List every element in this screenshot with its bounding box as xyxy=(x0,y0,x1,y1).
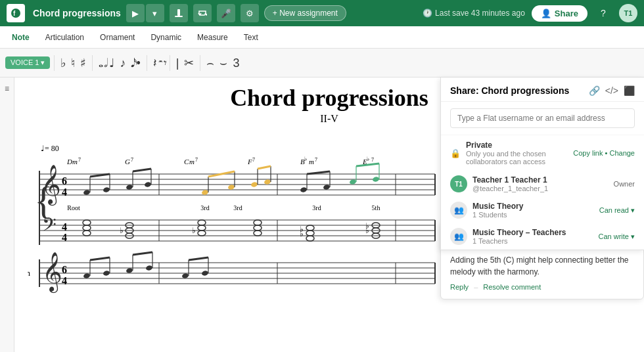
resolve-button[interactable]: Resolve comment xyxy=(483,283,541,291)
access-desc: Only you and the chosen collaborators ca… xyxy=(466,150,568,165)
svg-rect-3 xyxy=(175,16,183,17)
rest-symbol[interactable]: 𝄽 xyxy=(151,56,155,70)
comment-actions: Reply – Resolve comment xyxy=(450,283,634,291)
settings-button[interactable]: ⚙ xyxy=(241,4,259,22)
tab-ornament[interactable]: Ornament xyxy=(93,30,141,45)
last-save: 🕐 Last save 43 minutes ago xyxy=(423,9,525,18)
svg-text:m: m xyxy=(309,158,314,165)
playback-controls: ▶ ▾ xyxy=(126,4,164,22)
app-logo: f xyxy=(7,4,25,22)
reply-button[interactable]: Reply xyxy=(450,283,469,291)
embed-icon[interactable]: ⬛ xyxy=(624,85,635,96)
mic-button[interactable]: 🎤 xyxy=(217,4,235,22)
separator xyxy=(54,55,55,71)
svg-text:𝄞: 𝄞 xyxy=(42,252,62,294)
svg-text:7: 7 xyxy=(131,157,133,163)
svg-text:6: 6 xyxy=(62,264,67,275)
user-name-teachers: Music Theory – Teachers xyxy=(472,228,593,237)
user-row-students: 👥 Music Theory 1 Students Can read ▾ xyxy=(441,197,644,223)
svg-rect-2 xyxy=(177,9,180,16)
play-button[interactable]: ▶ xyxy=(126,4,145,22)
user-handle-owner: @teacher_1_teacher_1 xyxy=(472,185,609,192)
svg-point-120 xyxy=(83,273,90,278)
clock-icon: 🕐 xyxy=(423,9,432,18)
music-score: ♩= 80 D m 7 G 7 C m 7 F 7 B ♭ m 7 E ♭ 7 xyxy=(28,135,442,332)
help-button[interactable]: ? xyxy=(594,4,612,22)
loop-button[interactable] xyxy=(193,4,212,22)
svg-text:5th: 5th xyxy=(372,204,380,211)
svg-text:F: F xyxy=(247,158,252,165)
svg-point-45 xyxy=(227,184,235,190)
dot[interactable]: • xyxy=(134,56,142,70)
metronome-button[interactable] xyxy=(170,4,188,22)
user-name-students: Music Theory xyxy=(472,202,594,211)
half-note[interactable]: 𝅗𝅥 xyxy=(102,56,106,70)
svg-point-35 xyxy=(103,187,110,192)
sixteenth-note[interactable]: 𝅘𝅥𝅯 xyxy=(129,56,133,70)
svg-line-37 xyxy=(90,174,110,177)
svg-point-55 xyxy=(323,184,330,190)
tab-measure[interactable]: Measure xyxy=(191,30,235,45)
quarter-note[interactable]: ♩ xyxy=(107,56,116,70)
svg-point-48 xyxy=(250,181,258,187)
user-role-owner: Owner xyxy=(614,180,635,188)
user-role-teachers[interactable]: Can write ▾ xyxy=(598,232,635,241)
whole-note[interactable]: 𝅝 xyxy=(97,56,101,70)
tie-symbol[interactable]: ⌢ xyxy=(204,56,216,70)
left-sidebar: ≡ xyxy=(0,77,14,352)
svg-point-92 xyxy=(254,225,262,231)
svg-line-134 xyxy=(189,257,208,260)
svg-point-132 xyxy=(201,270,208,276)
share-button[interactable]: 👤 Share xyxy=(532,5,587,22)
quarter-rest[interactable]: 𝄼 xyxy=(156,56,160,70)
tab-articulation[interactable]: Articulation xyxy=(39,30,91,45)
scissors-symbol[interactable]: ✂ xyxy=(182,56,196,70)
eighth-rest[interactable]: 𝄾 xyxy=(162,56,166,70)
play-options-button[interactable]: ▾ xyxy=(146,4,164,22)
tab-text[interactable]: Text xyxy=(237,30,265,45)
user-avatar[interactable]: T1 xyxy=(619,4,637,22)
svg-point-89 xyxy=(198,220,206,225)
action-separator: – xyxy=(474,283,478,291)
svg-point-122 xyxy=(103,270,110,276)
voice-selector[interactable]: VOICE 1 ▾ xyxy=(5,56,50,69)
svg-text:♭: ♭ xyxy=(365,221,369,231)
separator-5 xyxy=(200,55,200,71)
user-row-teachers: 👥 Music Theory – Teachers 1 Teachers Can… xyxy=(441,223,644,250)
sidebar-toggle[interactable]: ≡ xyxy=(1,83,13,95)
svg-text:4: 4 xyxy=(62,221,67,232)
triplet-symbol[interactable]: 3 xyxy=(231,56,241,70)
flat-symbol[interactable]: ♭ xyxy=(58,56,68,70)
svg-point-88 xyxy=(198,225,206,231)
share-icon: 👤 xyxy=(541,9,551,18)
separator-2 xyxy=(92,55,93,71)
eighth-note[interactable]: ♪ xyxy=(118,56,127,70)
svg-point-82 xyxy=(83,220,91,225)
link-icon[interactable]: 🔗 xyxy=(589,85,600,96)
cursor-symbol[interactable]: | xyxy=(174,56,181,70)
notation-toolbar: VOICE 1 ▾ ♭ ♮ ♯ 𝅝 𝅗𝅥 ♩ ♪ 𝅘𝅥𝅯 • 𝄽 𝄼 𝄾 | ✂… xyxy=(0,49,644,77)
tab-dynamic[interactable]: Dynamic xyxy=(144,30,188,45)
user-role-students[interactable]: Can read ▾ xyxy=(599,206,635,215)
svg-point-81 xyxy=(83,225,91,231)
natural-symbol[interactable]: ♮ xyxy=(69,56,77,70)
share-email-input[interactable] xyxy=(450,108,635,128)
share-panel-icons: 🔗 </> ⬛ xyxy=(589,85,635,96)
top-nav: f Chord progressions ▶ ▾ 🎤 ⚙ + New assig… xyxy=(0,0,644,26)
new-assignment-button[interactable]: + New assignment xyxy=(264,5,346,21)
svg-point-130 xyxy=(181,273,189,278)
code-icon[interactable]: </> xyxy=(605,85,618,96)
svg-text:4: 4 xyxy=(62,275,67,286)
user-info-students: Music Theory 1 Students xyxy=(472,202,594,219)
copy-link-button[interactable]: Copy link • Change xyxy=(573,149,635,157)
svg-line-62 xyxy=(356,164,379,166)
svg-text:m: m xyxy=(189,158,195,165)
slur-symbol[interactable]: ⌣ xyxy=(218,56,229,70)
tab-note[interactable]: Note xyxy=(5,30,36,45)
separator-3 xyxy=(147,55,147,71)
svg-text:7: 7 xyxy=(78,157,81,163)
separator-4 xyxy=(170,55,170,71)
lock-icon: 🔒 xyxy=(450,148,461,158)
svg-line-57 xyxy=(307,171,330,174)
sharp-symbol[interactable]: ♯ xyxy=(78,56,88,70)
